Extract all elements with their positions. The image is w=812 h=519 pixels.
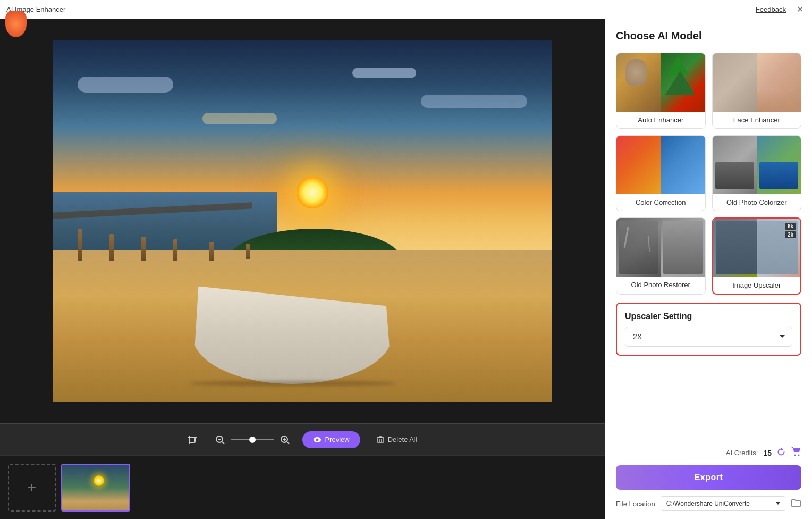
auto-right [661, 53, 705, 112]
color-right [661, 136, 705, 194]
fence-post [173, 239, 177, 261]
add-image-button[interactable]: + [8, 464, 56, 512]
color-left [616, 136, 661, 194]
colorizer-right [757, 136, 801, 194]
feedback-link[interactable]: Feedback [756, 5, 786, 13]
svg-rect-0 [190, 437, 195, 442]
upscaler-setting-title: Upscaler Setting [625, 312, 792, 321]
model-card-auto-enhancer[interactable]: Auto Enhancer [616, 53, 706, 129]
8k-label: 8k [785, 223, 796, 230]
cloud2 [352, 68, 416, 78]
auto-enhancer-image [616, 53, 705, 112]
boat-shadow [189, 381, 396, 386]
file-location-row: File Location C:\Wondershare UniConverte [616, 496, 801, 511]
fence-post [78, 229, 82, 261]
title-bar-right: Feedback ✕ [756, 4, 806, 14]
zoom-in-icon [280, 435, 290, 445]
color-correction-image [616, 136, 705, 194]
canvas-toolbar: Preview Delete All [0, 423, 605, 455]
model-card-color-correction[interactable]: Color Correction [616, 135, 706, 211]
model-card-old-photo-restorer[interactable]: Old Photo Restorer [616, 217, 706, 295]
choose-ai-title: Choose AI Model [616, 30, 801, 42]
thumbnail-sun [94, 475, 104, 486]
title-bar: AI Image Enhancer Feedback ✕ [0, 0, 812, 19]
main-content: Preview Delete All + [0, 19, 812, 519]
zoom-in-button[interactable] [278, 433, 292, 447]
cloud4 [202, 113, 277, 124]
upscaler-dropdown[interactable]: 2X 4X 8X [625, 327, 792, 347]
restored-building [663, 221, 702, 274]
cat-head [625, 59, 647, 86]
auto-left [616, 53, 661, 112]
old-car [715, 162, 754, 189]
delete-all-button[interactable]: Delete All [371, 432, 422, 447]
upscaler-setting-panel: Upscaler Setting 2X 4X 8X [616, 303, 801, 356]
main-canvas [53, 40, 552, 402]
ai-models-grid: Auto Enhancer Face Enhancer [605, 47, 812, 303]
colored-car [759, 162, 798, 189]
fence-post [246, 244, 250, 260]
right-panel: Choose AI Model Auto Enhancer [605, 19, 812, 519]
svg-point-18 [798, 455, 800, 456]
boat [192, 286, 392, 384]
export-button[interactable]: Export [616, 465, 801, 490]
colorizer-left [713, 136, 757, 194]
credits-count: 15 [763, 449, 772, 457]
upscaler-scene-left [716, 221, 757, 274]
file-location-label: File Location [616, 500, 655, 508]
upscaler-left [713, 219, 757, 277]
restorer-left [616, 218, 661, 277]
canvas-area: Preview Delete All + [0, 19, 605, 519]
crop-button[interactable] [182, 432, 202, 448]
old-photo-colorizer-label: Old Photo Colorizer [713, 194, 801, 211]
thumbnail-item[interactable] [61, 464, 130, 512]
upscaler-right: 8k 2k [757, 219, 800, 277]
face-gradient [757, 90, 801, 112]
fence-post [109, 234, 114, 261]
right-panel-header: Choose AI Model [605, 19, 812, 47]
cloud1 [78, 77, 173, 93]
svg-point-13 [316, 438, 319, 441]
fence-post [209, 242, 214, 261]
cart-button[interactable] [791, 447, 801, 459]
preview-button[interactable]: Preview [302, 431, 360, 448]
zoom-slider[interactable] [231, 439, 274, 440]
zoom-out-icon [215, 435, 225, 445]
bottom-section: AI Credits: 15 Export [605, 439, 812, 519]
zoom-control [213, 433, 292, 447]
thumbnail-image [62, 465, 129, 510]
zoom-out-button[interactable] [213, 433, 227, 447]
auto-enhancer-label: Auto Enhancer [616, 112, 705, 128]
cloud3 [421, 95, 527, 108]
svg-line-6 [222, 442, 224, 444]
xmas-tree-base [665, 71, 695, 95]
old-photo-restorer-image [616, 218, 705, 277]
svg-line-9 [287, 442, 289, 444]
file-location-dropdown[interactable]: C:\Wondershare UniConverte [661, 496, 785, 511]
credits-label: AI Credits: [726, 449, 758, 457]
image-upscaler-image: 8k 2k [713, 219, 801, 277]
model-card-face-enhancer[interactable]: Face Enhancer [712, 53, 802, 129]
crop-icon [188, 435, 197, 445]
2k-label: 2k [785, 231, 796, 238]
face-enhancer-label: Face Enhancer [713, 112, 801, 128]
close-button[interactable]: ✕ [794, 4, 806, 14]
color-correction-label: Color Correction [616, 194, 705, 211]
folder-icon[interactable] [791, 498, 801, 510]
model-card-image-upscaler[interactable]: 8k 2k Image Upscaler [712, 217, 802, 295]
beach-scene [53, 40, 552, 402]
credits-row: AI Credits: 15 [616, 447, 801, 459]
fence-post [141, 237, 146, 261]
image-upscaler-label: Image Upscaler [713, 277, 801, 294]
face-bw [713, 53, 757, 112]
trash-icon [376, 436, 385, 444]
restorer-right [661, 218, 705, 277]
old-photo-colorizer-image [713, 136, 801, 194]
face-color [757, 53, 801, 112]
old-photo-restorer-label: Old Photo Restorer [616, 277, 705, 293]
canvas-image-container [0, 19, 605, 423]
model-card-old-photo-colorizer[interactable]: Old Photo Colorizer [712, 135, 802, 211]
refresh-credits-button[interactable] [777, 448, 785, 458]
thumbnail-strip: + [0, 455, 605, 519]
svg-point-17 [794, 455, 796, 456]
